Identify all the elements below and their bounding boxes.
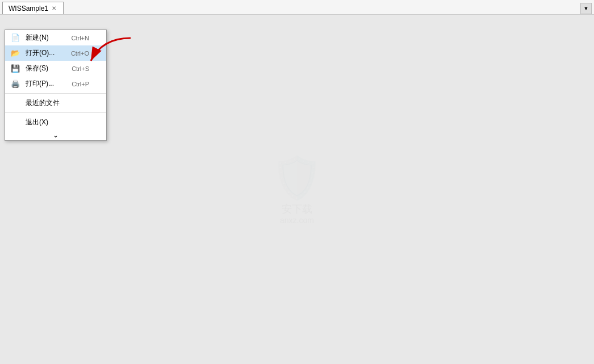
menu-exit-label: 退出(X) <box>26 118 48 127</box>
watermark: 🛡️ 安下载 anxz.com <box>271 154 323 225</box>
print-icon: 🖨️ <box>10 80 21 88</box>
menu-open-shortcut: Ctrl+O <box>71 50 89 57</box>
menu-open-label: 打开(O)... <box>26 48 55 58</box>
menu-new-shortcut: Ctrl+N <box>72 35 89 41</box>
menu-recent-label: 最近的文件 <box>26 98 60 108</box>
watermark-text: 安下载 <box>271 202 323 216</box>
menu-print-shortcut: Ctrl+P <box>72 81 89 87</box>
watermark-shield-icon: 🛡️ <box>271 154 323 202</box>
menu-save-shortcut: Ctrl+S <box>72 65 89 72</box>
save-icon: 💾 <box>10 64 21 73</box>
menu-exit-item[interactable]: 退出(X) <box>5 115 106 130</box>
menu-print-label: 打印(P)... <box>26 79 54 89</box>
more-icon: ⌄ <box>53 131 58 139</box>
menu-new-item[interactable]: 📄 新建(N) Ctrl+N <box>5 30 106 45</box>
menu-new-label: 新建(N) <box>26 33 49 43</box>
menu-print-item[interactable]: 🖨️ 打印(P)... Ctrl+P <box>5 76 106 91</box>
new-icon: 📄 <box>10 34 21 42</box>
menu-recent-item[interactable]: 最近的文件 <box>5 95 106 111</box>
menu-sep1 <box>5 93 106 94</box>
watermark-subtext: anxz.com <box>271 216 323 225</box>
file-dropdown-menu: 📄 新建(N) Ctrl+N 📂 打开(O)... Ctrl+O 💾 保存(S)… <box>5 30 107 141</box>
menu-save-item[interactable]: 💾 保存(S) Ctrl+S <box>5 61 106 76</box>
open-icon: 📂 <box>10 49 21 57</box>
menu-sep2 <box>5 112 106 113</box>
center-area: WISSample1 ✕ ▼ 🛡️ 安下载 anxz.com <box>114 45 469 350</box>
menu-open-item[interactable]: 📂 打开(O)... Ctrl+O <box>5 45 106 61</box>
menu-save-label: 保存(S) <box>26 64 48 73</box>
menu-more-btn[interactable]: ⌄ <box>5 130 106 140</box>
editor-content: 🛡️ 安下载 anxz.com <box>114 45 469 350</box>
